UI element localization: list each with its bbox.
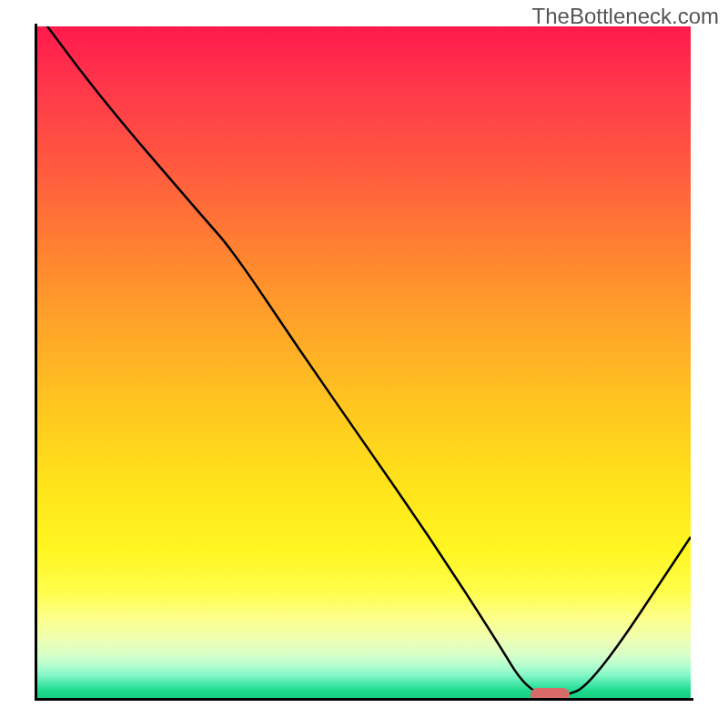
curve-layer — [37, 26, 691, 698]
chart-container: TheBottleneck.com — [0, 0, 728, 728]
bottleneck-curve — [37, 26, 691, 696]
x-axis — [35, 698, 693, 701]
watermark-text: TheBottleneck.com — [532, 4, 719, 29]
y-axis — [35, 24, 37, 701]
optimum-marker — [531, 688, 570, 698]
plot-area — [37, 26, 691, 698]
